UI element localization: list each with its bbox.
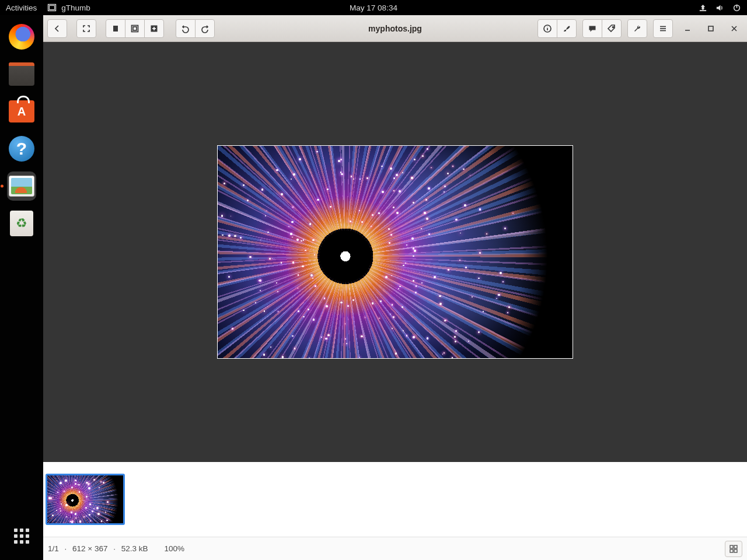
- zoom-in-icon: [149, 24, 159, 33]
- dock-software[interactable]: [7, 97, 36, 126]
- tag-icon: [607, 24, 616, 33]
- dock-trash[interactable]: ♻: [7, 209, 36, 238]
- hamburger-icon: [658, 24, 668, 33]
- minimize-icon: [683, 24, 692, 33]
- svg-rect-26: [734, 550, 737, 552]
- fit-window-icon: [130, 24, 139, 33]
- rotate-left-button[interactable]: [176, 19, 196, 38]
- network-icon[interactable]: [699, 4, 707, 12]
- info-icon: [543, 24, 552, 33]
- tools-button[interactable]: [627, 19, 647, 38]
- image-viewport[interactable]: [43, 42, 747, 462]
- hamburger-menu[interactable]: [653, 19, 673, 38]
- close-icon: [730, 24, 738, 33]
- app-menu[interactable]: gThumb: [47, 3, 90, 12]
- trash-icon: ♻: [10, 211, 33, 236]
- app-menu-label: gThumb: [61, 4, 90, 12]
- rotate-left-icon: [181, 24, 190, 33]
- maximize-icon: [707, 24, 715, 33]
- comment-icon: [588, 24, 597, 33]
- thumbnail-grid-toggle[interactable]: [725, 541, 742, 557]
- gthumb-menu-icon: [47, 3, 57, 12]
- files-icon: [9, 62, 34, 86]
- fullscreen-button[interactable]: [76, 19, 96, 38]
- fullscreen-icon: [82, 24, 91, 33]
- chevron-left-icon: [53, 24, 62, 33]
- svg-rect-23: [730, 545, 733, 548]
- comment-button[interactable]: [582, 19, 602, 38]
- status-dimensions: 612 × 367: [72, 544, 107, 553]
- status-position: 1/1: [48, 544, 59, 553]
- dock: ? ♻: [0, 15, 43, 560]
- activities-button[interactable]: Activities: [6, 4, 37, 12]
- show-applications[interactable]: [7, 522, 36, 551]
- fit-width-button[interactable]: 1: [106, 19, 125, 38]
- wrench-icon: [633, 24, 642, 33]
- paintbrush-icon: [562, 24, 571, 33]
- gnome-top-bar: Activities gThumb May 17 08:34: [0, 0, 747, 15]
- firefox-icon: [9, 24, 34, 50]
- svg-rect-20: [708, 26, 713, 31]
- properties-button[interactable]: [537, 19, 557, 38]
- grid-icon: [729, 544, 738, 554]
- status-zoom: 100%: [165, 544, 185, 553]
- back-button[interactable]: [47, 19, 67, 38]
- dock-help[interactable]: ?: [7, 134, 36, 163]
- status-bar: 1/1 · 612 × 367 · 52.3 kB 100%: [43, 537, 747, 560]
- fit-actual-icon: 1: [111, 24, 120, 33]
- dock-files[interactable]: [7, 60, 36, 89]
- svg-point-15: [613, 26, 614, 27]
- window-title: myphotos.jpg: [368, 24, 422, 33]
- rotate-right-icon: [200, 24, 210, 33]
- dock-gthumb[interactable]: [7, 172, 36, 201]
- thumbnail-strip: [43, 462, 747, 537]
- power-icon[interactable]: [732, 4, 741, 12]
- svg-text:1: 1: [114, 26, 117, 32]
- header-bar: 1 myphotos.jpg: [43, 15, 747, 42]
- volume-icon[interactable]: [715, 4, 724, 12]
- help-icon: ?: [9, 136, 34, 162]
- close-button[interactable]: [725, 20, 743, 37]
- maximize-button[interactable]: [702, 20, 720, 37]
- svg-rect-2: [700, 10, 706, 11]
- gthumb-icon: [9, 176, 34, 197]
- svg-point-14: [547, 26, 547, 27]
- minimize-button[interactable]: [679, 20, 696, 37]
- svg-rect-1: [50, 6, 55, 10]
- rotate-right-button[interactable]: [195, 19, 215, 38]
- fit-window-button[interactable]: [125, 19, 145, 38]
- displayed-image: [217, 145, 573, 359]
- thumbnail-selected[interactable]: [46, 474, 125, 525]
- dock-firefox[interactable]: [7, 22, 36, 51]
- apps-grid-icon: [14, 528, 29, 544]
- svg-rect-8: [133, 27, 137, 30]
- software-store-icon: [9, 100, 34, 123]
- status-info: 1/1 · 612 × 367 · 52.3 kB: [48, 544, 148, 553]
- clock[interactable]: May 17 08:34: [350, 4, 397, 12]
- edit-button[interactable]: [557, 19, 577, 38]
- svg-rect-24: [734, 545, 737, 548]
- status-filesize: 52.3 kB: [121, 544, 148, 553]
- svg-rect-25: [730, 550, 733, 552]
- tags-button[interactable]: [602, 19, 622, 38]
- gthumb-window: 1 myphotos.jpg: [43, 15, 747, 560]
- zoom-in-button[interactable]: [144, 19, 164, 38]
